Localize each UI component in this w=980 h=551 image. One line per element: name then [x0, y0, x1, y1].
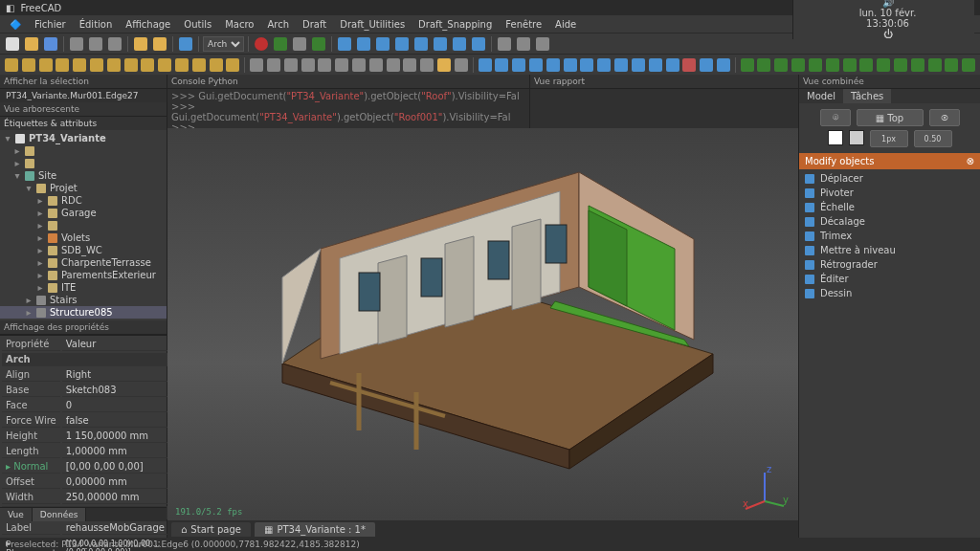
snap-mid-button[interactable] [757, 56, 772, 74]
view-right-button[interactable] [412, 35, 430, 53]
draft-facebinder-button[interactable] [454, 56, 469, 74]
draft-scale-button[interactable] [580, 56, 595, 74]
prop-row[interactable]: Width250,00000 mm [2, 491, 168, 504]
arch-site-button[interactable] [89, 56, 104, 74]
arch-frame-button[interactable] [226, 56, 241, 74]
menu-macro[interactable]: Macro [221, 18, 257, 31]
draft-line-button[interactable] [249, 56, 264, 74]
arch-building-button[interactable] [72, 56, 87, 74]
volume-icon[interactable]: 🔊 [882, 0, 894, 8]
tree-root[interactable]: ▾PT34_Variante [0, 132, 167, 144]
open-doc-button[interactable] [23, 35, 40, 53]
group-button[interactable] [534, 35, 551, 53]
snap-endpoint-button[interactable] [842, 56, 858, 74]
arch-window-button[interactable] [106, 56, 122, 74]
tree-sdb[interactable]: ▸SDB_WC [0, 244, 167, 256]
redo-button[interactable] [151, 35, 168, 53]
draft-offset-button[interactable] [511, 56, 526, 74]
draft-shapestring-button[interactable] [436, 56, 452, 74]
draft-dimension-button[interactable] [386, 56, 401, 74]
tab-data[interactable]: Données [33, 508, 87, 521]
menu-help[interactable]: Aide [551, 18, 580, 31]
task-scale[interactable]: Échelle [799, 200, 980, 214]
draft-wire-button[interactable] [266, 56, 281, 74]
draft-edit-button[interactable] [596, 56, 612, 74]
view-bottom-button[interactable] [451, 35, 468, 53]
macro-stop-button[interactable] [272, 35, 289, 53]
task-rotate[interactable]: Pivoter [799, 186, 980, 200]
view-fit-button[interactable] [336, 35, 353, 53]
arch-floor-button[interactable] [55, 56, 70, 74]
power-icon[interactable]: ⏻ [883, 29, 893, 39]
snap-grid-button[interactable] [791, 56, 806, 74]
prop-row[interactable]: Force Wirefalse [2, 414, 168, 428]
draft-clone-button[interactable] [716, 56, 731, 74]
menu-window[interactable]: Fenêtre [501, 18, 546, 31]
snap-intersect-button[interactable] [808, 56, 823, 74]
prop-row[interactable]: AlignRight [2, 368, 168, 382]
tree-charpente[interactable]: ▸CharpenteTerrasse [0, 256, 167, 269]
tree-site[interactable]: ▾Site [0, 169, 167, 182]
view-axo-button[interactable] [355, 35, 372, 53]
new-doc-button[interactable] [4, 35, 21, 53]
snap-dim-button[interactable] [945, 56, 960, 74]
arch-roof-button[interactable] [157, 56, 172, 74]
task-move[interactable]: Déplacer [799, 171, 980, 186]
task-edit[interactable]: Éditer [799, 272, 980, 286]
arch-space-button[interactable] [174, 56, 189, 74]
menu-edit[interactable]: Édition [76, 18, 117, 31]
tree-item[interactable]: ▸ [0, 219, 167, 231]
prop-row[interactable]: Length1,00000 mm [2, 445, 168, 458]
snap-center-button[interactable] [876, 56, 891, 74]
app-menu-icon[interactable]: ◧ [6, 3, 14, 13]
prop-row[interactable]: Face0 [2, 399, 168, 412]
prop-row[interactable]: Offset0,00000 mm [2, 475, 168, 489]
draft-downgrade-button[interactable] [563, 56, 578, 74]
tree-garage[interactable]: ▸Garage [0, 207, 167, 219]
tree-ite[interactable]: ▸ITE [0, 281, 167, 294]
tree-parements[interactable]: ▸ParementsExterieur [0, 269, 167, 281]
face-color-swatch[interactable] [849, 130, 864, 145]
draft-polygon-button[interactable] [334, 56, 349, 74]
undo-button[interactable] [132, 35, 149, 53]
task-offset[interactable]: Décalage [799, 214, 980, 229]
paste-button[interactable] [106, 35, 123, 53]
arch-panel-button[interactable] [209, 56, 224, 74]
menu-draft-utilities[interactable]: Draft_Utilities [336, 18, 409, 31]
snap-angle-button[interactable] [858, 56, 874, 74]
task-header[interactable]: Modify objects⊗ [799, 153, 980, 169]
tree-item[interactable]: ▸ [0, 157, 167, 169]
prop-row[interactable]: Height1 150,00000 mm [2, 430, 168, 443]
part-button[interactable] [515, 35, 532, 53]
draft-move-button[interactable] [478, 56, 493, 74]
draft-arc-button[interactable] [301, 56, 316, 74]
prop-row[interactable]: LabelrehausseMobGarage [2, 521, 168, 535]
draft-point-button[interactable] [419, 56, 434, 74]
snap-near-button[interactable] [910, 56, 925, 74]
tree-volets[interactable]: ▸Volets [0, 231, 167, 244]
tree-projet[interactable]: ▾Projet [0, 182, 167, 194]
macro-list-button[interactable] [291, 35, 308, 53]
view-front-button[interactable] [374, 35, 391, 53]
view-left-button[interactable] [470, 35, 487, 53]
menu-file[interactable]: Fichier [31, 18, 70, 31]
snap-ortho-button[interactable] [927, 56, 943, 74]
tree-item[interactable]: ▸ [0, 144, 167, 157]
task-trimex[interactable]: Trimex [799, 229, 980, 243]
arch-structure-button[interactable] [21, 56, 36, 74]
wp-top-button[interactable]: ▦Top [857, 109, 924, 126]
snap-lock-button[interactable] [740, 56, 755, 74]
prop-row[interactable]: ▸ Normal[0,00 0,00 0,00] [2, 460, 168, 474]
tree-rdc[interactable]: ▸RDC [0, 194, 167, 207]
draft-draft2sketch-button[interactable] [681, 56, 697, 74]
draft-rectangle-button[interactable] [351, 56, 367, 74]
arch-wall-button[interactable] [4, 56, 19, 74]
combo-tab-tasks[interactable]: Tâches [843, 89, 891, 103]
draft-addpoint-button[interactable] [631, 56, 646, 74]
draft-circle-button[interactable] [283, 56, 299, 74]
cut-button[interactable] [68, 35, 85, 53]
arch-rebar-button[interactable] [38, 56, 54, 74]
draft-ellipse-button[interactable] [318, 56, 333, 74]
combo-tab-model[interactable]: Model [799, 89, 843, 103]
snap-wp-button[interactable] [961, 56, 976, 74]
